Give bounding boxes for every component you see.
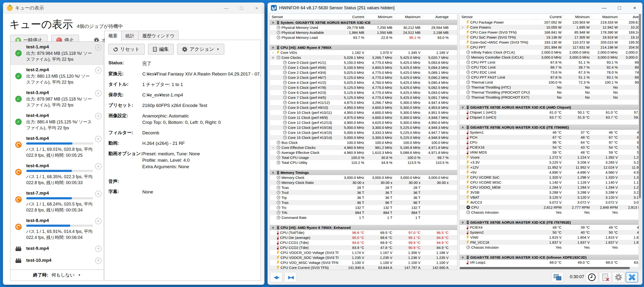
sensor-row[interactable]: CPU VCORE SoC1.320 V1.296 V1.320 V1.320 … (460, 175, 640, 180)
sensor-row[interactable]: Thermal Throttling (PROCHOT CPU)NoNoNo0 (460, 90, 640, 95)
tab-概要[interactable]: 概要 (104, 31, 122, 41)
chevron-down-icon[interactable]: ∨ (460, 256, 465, 259)
job-item[interactable]: test-11.mp4× (10, 267, 104, 270)
sensor-row[interactable]: Core 13 Clock (perf #15/16)5,000.0 MHz3,… (270, 125, 457, 130)
sensor-row[interactable]: VIN01.815 V1.804 V1.815 V1.808 V (460, 235, 640, 240)
sensor-row[interactable]: CPU Core Current (SVI3 TFN)141.940 A63.8… (270, 265, 457, 270)
job-item[interactable]: ✓test-3.mp4出力: 879.987 MB (15.118 %/ ソース… (10, 87, 104, 110)
close-button[interactable]: × (249, 5, 264, 11)
clock-button[interactable] (586, 272, 598, 283)
sensor-row[interactable]: CPU PPT Limit87.8 %51.1 %93.1 %89.0 % (460, 60, 640, 65)
sensor-row[interactable]: Physical Memory Available1,984 MB1,550 M… (270, 30, 457, 35)
vertical-scrollbar[interactable] (638, 13, 642, 270)
job-item[interactable]: test-5.mp4パス 1 / 1, 69.01%, 020.8 fps, 平… (10, 133, 104, 161)
chevron-down-icon[interactable]: ∨ (270, 56, 276, 59)
column-header-sensor[interactable]: Sensor (460, 15, 536, 19)
sensor-row[interactable]: Core 5 Clock (perf #7/8)5,125.0 MHz4,775… (270, 85, 457, 90)
sensor-row[interactable]: Chassis IntrusionYesYesYes (460, 245, 640, 250)
sensor-row[interactable]: Core 2 Clock (perf #3/4)5,025.0 MHz4,775… (270, 70, 457, 75)
column-header-average[interactable]: Average (620, 14, 640, 19)
sensor-row[interactable]: CPU (Tctl/Tdie)96.6 °C69.5 °C97.0 °C96.5… (270, 230, 457, 235)
sensor-row[interactable]: CPU PPT FAST Limit87.8 %51.1 %93.1 %89.0… (460, 75, 640, 80)
sensor-row[interactable]: +12V11.952 V11.952 V12.024 V11.953 V (460, 165, 640, 170)
edit-button[interactable]: 編集 (148, 44, 174, 54)
sensor-section-header[interactable]: ∨GIGABYTE X870E AORUS MASTER X3D ICE (In… (460, 255, 640, 260)
job-item[interactable]: test-6.mp4パス 1 / 1, 68.35%, 022.3 fps, 平… (10, 161, 104, 188)
sensor-section-header[interactable]: ∨System: GIGABYTE X870E AORUS MASTER X3D… (270, 20, 457, 25)
sensor-row[interactable]: ›Core VIDs1.182 V1.070 V1.345 V1.185 V (270, 50, 457, 55)
sensor-row[interactable]: Core 8 Clock (perf #11/12)4,875.0 MHz3,2… (270, 100, 457, 105)
sensor-row[interactable]: CPU EDC Limit73.6 %67.3 %78.0 %74.4 % (460, 70, 640, 75)
sensor-row[interactable]: Chipset 2 (xHCI)63.7 °C51.9 °C63.7 °C59.… (460, 115, 640, 120)
sensor-row[interactable]: Core 7 Clock (perf #4/5)5,125.0 MHz4,775… (270, 95, 457, 100)
job-item[interactable]: test-7.mp4パス 1 / 1, 68.24%, 020.5 fps, 平… (10, 188, 104, 215)
sensor-row[interactable]: PCIEX449 °C39 °C49 °C46 °C (460, 225, 640, 230)
expand-columns-button[interactable]: ◀▶ (270, 272, 282, 283)
sensor-row[interactable]: Thermal Limit100.0 %72.3 %100.1 %99.8 % (460, 80, 640, 85)
chevron-down-icon[interactable]: ∨ (270, 21, 276, 24)
remove-job-button[interactable]: × (95, 218, 102, 224)
sensor-row[interactable]: Core 6 Clock (perf #2/3)5,125.0 MHz4,775… (270, 90, 457, 95)
report-button[interactable] (599, 272, 611, 283)
sensor-row[interactable]: Trfc884 T884 T884 T (270, 210, 457, 215)
sensor-row[interactable]: Bus Clock100.0 MHz100.0 MHz100.0 MHz100.… (270, 140, 457, 145)
sensor-row[interactable]: ›Core Effective Clocks4,960.9 MHz981.2 M… (270, 145, 457, 150)
chevron-down-icon[interactable]: ∨ (460, 105, 465, 109)
sensor-row[interactable]: CPU TDC Limit88.7 %39.7 %92.4 %89.2 % (460, 65, 640, 70)
sensor-section-header[interactable]: ∨Memory Timings (270, 170, 457, 175)
collapse-columns-button[interactable]: ▶◀ (284, 272, 297, 283)
remove-job-button[interactable]: × (95, 136, 102, 142)
sensor-row[interactable]: CPU CCD1 (Tdie)94.6 °C69.9 °C99.9 °C94.9… (270, 240, 457, 245)
remove-job-button[interactable]: × (95, 191, 102, 197)
sensor-row[interactable]: Infinity Fabric Clock (FCLK)2,000.0 MHz2… (460, 50, 640, 55)
job-item[interactable]: ✓test-4.mp4出力: 880.4 MB (15.125 %/ ソースファ… (10, 110, 104, 133)
sensor-section-header[interactable]: ∨GIGABYTE X870E AORUS MASTER X3D ICE (IT… (460, 125, 640, 130)
sensor-row[interactable]: CPU Core Power (SVI3 TFN)166.841 W85.948… (460, 30, 640, 35)
sensor-row[interactable]: Thermal Throttling (PROCHOT EXT)NoNoNo0 (460, 95, 640, 100)
sensor-row[interactable]: Core 10 Clock (perf #10/11)4,950.0 MHz4,… (270, 110, 457, 115)
chevron-down-icon[interactable]: ∨ (460, 221, 465, 224)
sensor-row[interactable]: CPU VDDCR_VDD Voltage (SVI3 TFN)1.174 V1… (270, 250, 457, 255)
sensor-row[interactable]: Physical Memory Used29,778 MB7,250 MB30,… (270, 25, 457, 30)
sensor-row[interactable]: Trcd36 T36 T36 T (270, 190, 457, 195)
sensor-row[interactable]: Total CPU Usage100.0 %30.8 %100.0 %99.7 … (270, 155, 457, 160)
settings-button[interactable] (612, 272, 625, 283)
column-header-current[interactable]: Current (536, 14, 564, 19)
sensor-row[interactable]: VBAT3.120 V3.120 V3.120 V3.120 V (460, 195, 640, 200)
sensor-row[interactable]: Tcas28 T28 T28 T (270, 185, 457, 190)
column-header-sensor[interactable]: Sensor (270, 15, 338, 19)
column-header-current[interactable]: Current (338, 14, 366, 19)
chevron-right-icon[interactable]: › (270, 51, 276, 54)
column-header-minimum[interactable]: Minimum (366, 14, 395, 19)
remove-job-button[interactable]: × (95, 90, 102, 96)
column-header-maximum[interactable]: Maximum (592, 14, 620, 19)
sensor-row[interactable]: CPU PPT201.994 W117.631 W214.198 W204.59… (460, 45, 640, 50)
sensor-row[interactable]: Total CPU Utility110.2 %34.9 %113.5 %110… (270, 160, 457, 165)
sensor-row[interactable]: VR Loop168.0 °C49.0 °C68.0 °C63.2 °C (460, 260, 640, 265)
sensor-row[interactable]: Core 4 Clock (perf #1/2)5,025.0 MHz4,750… (270, 80, 457, 85)
sensor-row[interactable]: CPU VCORE MISC1.140 V1.128 V1.140 V1.140… (460, 180, 640, 185)
sensor-row[interactable]: Memory Clock Ratio30.00 x30.00 x30.00 x3… (270, 180, 457, 185)
job-item[interactable]: test-10.mp4× (10, 255, 104, 267)
sensor-row[interactable]: PCIEX1654 °C43 °C54 °C50 °C (460, 145, 640, 150)
sensor-row[interactable]: Core 11 Clock (perf #8/9)4,975.0 MHz4,60… (270, 115, 457, 120)
sensor-row[interactable]: Core 9 Clock (perf #9/10)4,950.0 MHz4,60… (270, 105, 457, 110)
job-item[interactable]: test-8.mp4パス 1 / 1, 65.91%, 014.4 fps, 平… (10, 215, 104, 243)
sensor-row[interactable]: Chassis IntrusionYesYesYes (460, 210, 640, 215)
queue-titlebar[interactable]: キューの表示 — □ × (3, 2, 264, 13)
sensor-row[interactable]: 3VSB3.288 V3.288 V3.288 V3.288 V (460, 190, 640, 195)
minimize-button[interactable]: — (596, 5, 612, 11)
job-item[interactable]: ✓test-2.mp4出力: 880.13 MB (15.120 %/ ソースフ… (10, 64, 104, 87)
sensor-row[interactable]: VRM MOS59 °C48 °C59 °C56 °C (460, 150, 640, 155)
sensor-row[interactable]: Core+SoC+MISC Power (SVI3 TFN)193.130 W1… (460, 40, 640, 45)
sensor-row[interactable]: PCH67 °C48 °C67 °C62 °C (460, 135, 640, 140)
minimize-button[interactable]: — (218, 5, 234, 11)
sensor-row[interactable]: Trc132 T132 T132 T (270, 205, 457, 210)
chevron-right-icon[interactable]: › (270, 146, 276, 149)
action-button[interactable]: アクション ▼ (177, 44, 224, 54)
maximize-button[interactable]: □ (612, 5, 627, 11)
sensor-row[interactable]: CPU VDDCR_SOC Voltage (SVI3 TFN)1.235 V1… (270, 255, 457, 260)
sensor-row[interactable]: Physical Memory Load93.7 %22.8 %95.1 %93… (270, 35, 457, 40)
sensor-row[interactable]: Core 15 Clock (perf #13/14)5,000.0 MHz3,… (270, 135, 457, 140)
sensor-row[interactable]: Command Rate1 T1 T1 T (270, 215, 457, 220)
